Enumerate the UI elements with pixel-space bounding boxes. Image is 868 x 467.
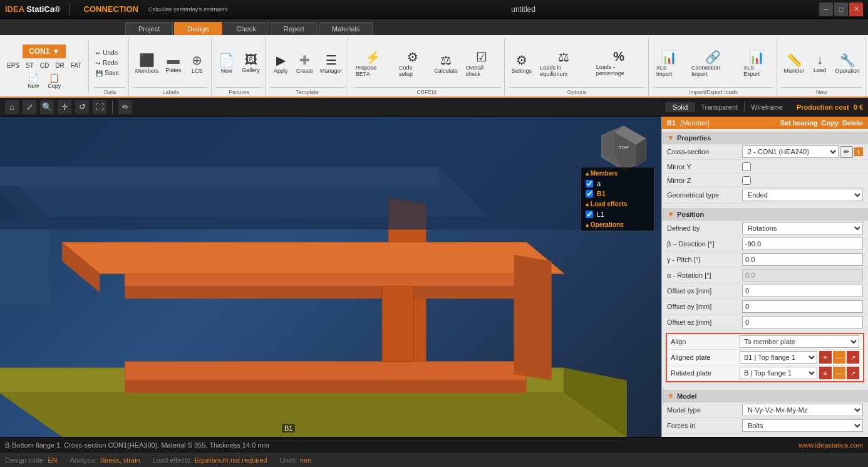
model-section-header[interactable]: ▼ Model bbox=[662, 390, 868, 402]
xls-import-button[interactable]: 📊 XLS Import bbox=[653, 47, 686, 80]
search-tool-button[interactable]: 🔍 bbox=[40, 100, 54, 114]
aligned-plate-btn2[interactable]: — bbox=[833, 351, 845, 364]
project-type-dr[interactable]: DR bbox=[53, 61, 66, 70]
member-b1-checkbox[interactable] bbox=[586, 190, 593, 197]
new-button[interactable]: 📄 New bbox=[26, 71, 41, 90]
mirror-z-checkbox[interactable] bbox=[742, 176, 751, 185]
copy-button[interactable]: 📋 Copy bbox=[46, 71, 63, 90]
calculate-button[interactable]: ⚖ Calculate bbox=[431, 50, 460, 76]
related-plate-btn3[interactable]: ↗ bbox=[847, 367, 859, 379]
redo-button[interactable]: ↪ Redo bbox=[94, 58, 121, 68]
cross-section-add-button[interactable]: + bbox=[854, 147, 863, 156]
tab-check[interactable]: Check bbox=[224, 22, 269, 35]
undo-button[interactable]: ↩ Undo bbox=[94, 48, 121, 58]
import-export-group-label: Import/Export loads bbox=[653, 87, 774, 95]
tab-materials[interactable]: Materials bbox=[319, 22, 373, 35]
mirror-y-checkbox[interactable] bbox=[742, 162, 751, 171]
tab-design[interactable]: Design bbox=[174, 22, 222, 35]
cd-label: CD bbox=[40, 62, 49, 69]
rotate-tool-button[interactable]: ↺ bbox=[75, 100, 89, 114]
settings-button[interactable]: ⚙ Settings bbox=[509, 50, 535, 76]
home-tool-button[interactable]: ⌂ bbox=[5, 100, 19, 114]
delete-button[interactable]: Delete bbox=[842, 119, 863, 127]
gallery-button[interactable]: 🖼 Gallery bbox=[239, 50, 263, 76]
project-type-cd[interactable]: CD bbox=[38, 61, 51, 70]
load-button[interactable]: ↓ Load bbox=[809, 50, 831, 76]
xls-export-button[interactable]: 📊 XLS Export bbox=[740, 47, 774, 80]
con1-dropdown[interactable]: CON1 ▼ bbox=[23, 45, 66, 58]
members-button[interactable]: ⬛ Members bbox=[133, 50, 160, 76]
maximize-button[interactable]: □ bbox=[834, 3, 848, 16]
project-type-st[interactable]: ST bbox=[24, 61, 36, 70]
overlay-load-l1[interactable]: L1 bbox=[586, 209, 649, 219]
offset-ez-row: Offset ez [mm] bbox=[662, 315, 868, 330]
member-button[interactable]: 📏 Member bbox=[781, 50, 807, 76]
project-type-eps[interactable]: EPS bbox=[5, 61, 21, 70]
load-l1-checkbox[interactable] bbox=[586, 211, 593, 218]
manager-button[interactable]: ☰ Manager bbox=[318, 50, 345, 76]
loads-eq-button[interactable]: ⚖ Loads in equilibrium bbox=[536, 47, 591, 80]
3d-viewport[interactable]: B1 B TOP ▴ Members a B1 ▴ Load effect bbox=[0, 117, 661, 437]
minimize-button[interactable]: ─ bbox=[819, 3, 833, 16]
position-section-header[interactable]: ▼ Position bbox=[662, 208, 868, 221]
aligned-plate-btn1[interactable]: ≡ bbox=[819, 351, 832, 364]
geometrical-type-select[interactable]: Ended bbox=[742, 189, 863, 201]
cross-section-edit-button[interactable]: ✏ bbox=[840, 146, 853, 158]
offset-ez-input[interactable] bbox=[742, 316, 863, 328]
properties-section-header[interactable]: ▼ Properties bbox=[662, 132, 868, 144]
save-button[interactable]: 💾 Save bbox=[94, 68, 121, 78]
offset-ey-input[interactable] bbox=[742, 300, 863, 313]
create-button[interactable]: ✚ Create bbox=[293, 50, 316, 76]
panel-copy-button[interactable]: Copy bbox=[821, 119, 839, 127]
new-picture-button[interactable]: 📄 New bbox=[215, 50, 238, 76]
settings-label: Settings bbox=[512, 68, 532, 74]
plates-label: Plates bbox=[165, 67, 181, 73]
propose-beta-button[interactable]: ⚡ Propose BETA bbox=[352, 47, 394, 80]
cross-section-select[interactable]: 2 - CON1 (HEA240) bbox=[742, 145, 839, 158]
overlay-member-b1[interactable]: B1 bbox=[586, 189, 649, 199]
project-type-fat[interactable]: FAT bbox=[69, 61, 84, 70]
tab-report[interactable]: Report bbox=[271, 22, 318, 35]
member-a-checkbox[interactable] bbox=[586, 180, 593, 187]
related-plate-btn1[interactable]: ≡ bbox=[819, 367, 832, 379]
forces-in-select[interactable]: Bolts bbox=[742, 419, 863, 432]
code-setup-button[interactable]: ⚙ Code setup bbox=[395, 47, 430, 80]
transparent-view-tab[interactable]: Transparent bbox=[694, 102, 744, 112]
lcs-button[interactable]: ⊕ LCS bbox=[186, 50, 209, 76]
fit-tool-button[interactable]: ⛶ bbox=[93, 100, 106, 114]
loads-pct-button[interactable]: % Loads - percentage bbox=[592, 47, 646, 79]
options-buttons: ⚙ Settings ⚖ Loads in equilibrium % Load… bbox=[509, 39, 646, 87]
plates-button[interactable]: ▬ Plates bbox=[162, 50, 185, 76]
defined-by-select[interactable]: Rotations bbox=[742, 222, 863, 234]
solid-view-tab[interactable]: Solid bbox=[666, 102, 694, 112]
draw-tool-button[interactable]: ✏ bbox=[118, 100, 132, 114]
geometrical-type-label: Geometrical type bbox=[667, 191, 742, 199]
overlay-member-a[interactable]: a bbox=[586, 179, 649, 189]
model-type-select[interactable]: N-Vy-Vz-Mx-My-Mz bbox=[742, 404, 863, 416]
offset-ex-label: Offset ex [mm] bbox=[667, 287, 742, 295]
align-select[interactable]: To member plate bbox=[740, 335, 859, 348]
apply-button[interactable]: ▶ Apply bbox=[269, 50, 292, 76]
aligned-plate-btn3[interactable]: ↗ bbox=[847, 351, 859, 364]
connection-import-button[interactable]: 🔗 Connection Import bbox=[688, 47, 738, 80]
gamma-pitch-input[interactable] bbox=[742, 253, 863, 266]
operation-button[interactable]: 🔧 Operation bbox=[832, 50, 862, 76]
ribbon-group-labels: ⬛ Members ▬ Plates ⊕ LCS Labels bbox=[130, 38, 211, 97]
beta-direction-input[interactable] bbox=[742, 238, 863, 250]
panel-header: B1 [Member] Set bearing Copy Delete bbox=[662, 117, 868, 129]
related-plate-select[interactable]: B | Top flange 1 bbox=[740, 367, 817, 379]
view-cube[interactable]: TOP bbox=[599, 123, 649, 173]
offset-ex-input[interactable] bbox=[742, 285, 863, 297]
related-plate-btn2[interactable]: — bbox=[833, 367, 845, 379]
set-bearing-button[interactable]: Set bearing bbox=[780, 119, 818, 127]
close-button[interactable]: ✕ bbox=[849, 3, 863, 16]
wireframe-view-tab[interactable]: Wireframe bbox=[744, 102, 789, 112]
load-label: Load bbox=[814, 67, 826, 73]
move-tool-button[interactable]: ✛ bbox=[58, 100, 71, 114]
aligned-plate-select[interactable]: B1 | Top flange 1 bbox=[740, 351, 817, 364]
zoom-fit-tool-button[interactable]: ⤢ bbox=[23, 100, 36, 114]
website-link[interactable]: www.ideastatica.com bbox=[798, 441, 863, 449]
overall-check-button[interactable]: ☑ Overall check bbox=[462, 47, 502, 80]
tab-project[interactable]: Project bbox=[125, 22, 173, 35]
aligned-plate-label: Aligned plate bbox=[671, 354, 740, 361]
